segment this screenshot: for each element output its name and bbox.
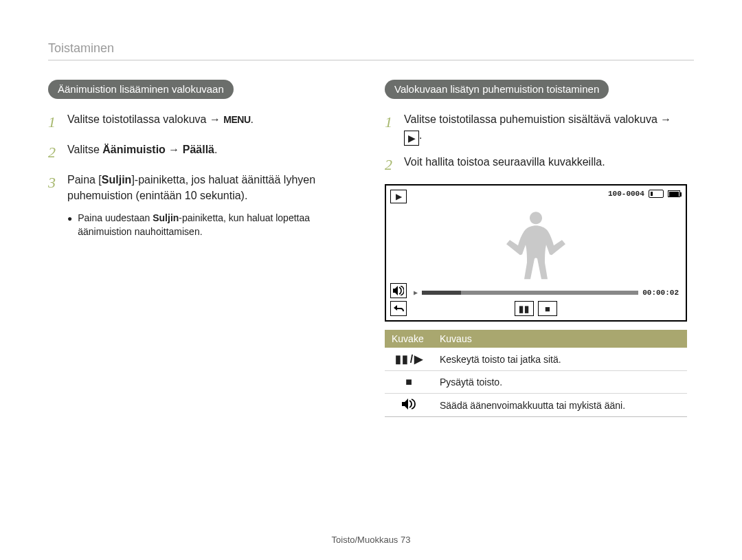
icon-cell: ■ [385,371,433,394]
playback-controls: ▮▮ ■ [386,301,686,316]
pause-icon: ▮▮ [515,301,534,316]
menu-icon: MENU [223,113,250,126]
left-step-3: 3 Paina [Suljin]-painiketta, jos haluat … [48,172,357,203]
volume-icon [402,399,416,410]
right-column: Valokuvaan lisätyn puhemuistion toistami… [385,80,694,417]
desc-cell: Keskeytä toisto tai jatka sitä. [433,348,687,371]
right-steps: 1 Valitse toistotilassa puhemuistion sis… [385,111,694,176]
device-status-bar: 100-0004 [608,190,680,198]
right-step-2: 2 Voit hallita toistoa seuraavilla kuvak… [385,154,694,176]
image-counter: 100-0004 [608,190,644,198]
step-text: Valitse toistotilassa valokuva → MENU. [67,111,357,133]
sd-card-icon [649,190,664,198]
playback-mode-icon: ▶ [390,190,407,203]
left-bullet: ● Paina uudestaan Suljin-painiketta, kun… [67,212,357,238]
step-number: 1 [48,111,60,133]
table-row: ■ Pysäytä toisto. [385,371,687,394]
th-desc: Kuvaus [433,330,687,348]
icon-cell [385,394,433,417]
step-number: 1 [385,111,397,146]
icon-table: Kuvake Kuvaus ▮▮/▶ Keskeytä toisto tai j… [385,330,687,417]
silhouette-icon [505,206,567,282]
step-text: Valitse Äänimuistio → Päällä. [67,142,357,164]
play-icon: ▶ [404,131,419,146]
volume-icon [390,283,407,298]
left-step-2: 2 Valitse Äänimuistio → Päällä. [48,142,357,164]
photo-preview [505,206,567,282]
step-number: 2 [385,154,397,176]
pause-play-icon: ▮▮/▶ [395,352,423,366]
progress-track [422,291,638,295]
step-text: Voit hallita toistoa seuraavilla kuvakke… [404,154,694,176]
battery-icon [668,190,680,197]
desc-cell: Säädä äänenvoimakkuutta tai mykistä ääni… [433,394,687,417]
device-screenshot: ▶ 100-0004 [385,184,687,322]
th-icon: Kuvake [385,330,433,348]
progress-bar: ▶ 00:00:02 [414,289,679,297]
subsection-pill-right: Valokuvaan lisätyn puhemuistion toistami… [385,80,609,99]
progress-play-icon: ▶ [414,289,418,297]
elapsed-time: 00:00:02 [642,289,679,297]
divider [48,60,694,60]
icon-cell: ▮▮/▶ [385,348,433,371]
step-number: 2 [48,142,60,164]
left-column: Äänimuistion lisääminen valokuvaan 1 Val… [48,80,357,417]
table-row: ▮▮/▶ Keskeytä toisto tai jatka sitä. [385,348,687,371]
left-step-1: 1 Valitse toistotilassa valokuva → MENU. [48,111,357,133]
stop-icon: ■ [538,301,557,316]
bullet-text: Paina uudestaan Suljin-painiketta, kun h… [78,212,357,238]
step-text: Paina [Suljin]-painiketta, jos haluat ää… [67,172,357,203]
bullet-dot: ● [67,212,72,238]
step-number: 3 [48,172,60,203]
stop-icon: ■ [405,376,412,388]
page-footer: Toisto/Muokkaus 73 [0,535,742,545]
section-title: Toistaminen [48,41,694,56]
step-text: Valitse toistotilassa puhemuistion sisäl… [404,111,694,146]
table-row: Säädä äänenvoimakkuutta tai mykistä ääni… [385,394,687,417]
desc-cell: Pysäytä toisto. [433,371,687,394]
left-steps: 1 Valitse toistotilassa valokuva → MENU.… [48,111,357,203]
right-step-1: 1 Valitse toistotilassa puhemuistion sis… [385,111,694,146]
subsection-pill-left: Äänimuistion lisääminen valokuvaan [48,80,234,99]
